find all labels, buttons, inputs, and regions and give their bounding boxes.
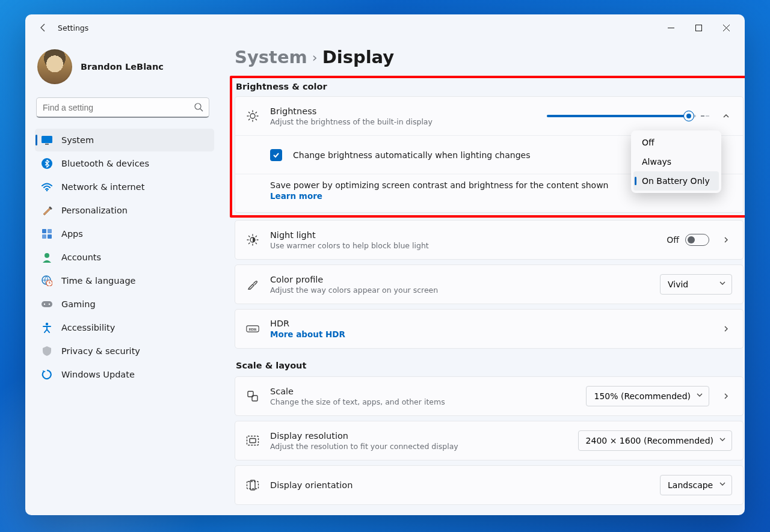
svg-point-12 <box>45 253 49 258</box>
learn-more-link[interactable]: Learn more <box>270 191 322 201</box>
scale-icon <box>246 390 259 402</box>
nav-personalization[interactable]: Personalization <box>35 199 214 222</box>
auto-brightness-checkbox[interactable] <box>270 149 282 161</box>
auto-brightness-label: Change brightness automatically when lig… <box>293 150 530 160</box>
chevron-right-icon[interactable] <box>720 325 732 333</box>
nav-list: System Bluetooth & devices Network & int… <box>35 129 214 386</box>
nav-apps[interactable]: Apps <box>35 222 214 245</box>
svg-point-7 <box>46 190 48 192</box>
svg-rect-45 <box>247 482 259 489</box>
titlebar: Settings <box>25 14 745 41</box>
person-icon <box>41 251 53 263</box>
svg-rect-10 <box>42 234 46 239</box>
nav-label: Windows Update <box>61 370 135 379</box>
nav-network[interactable]: Network & internet <box>35 176 214 198</box>
search-icon <box>194 102 203 112</box>
sidebar: Brandon LeBlanc System Bluetooth & devic… <box>25 41 218 515</box>
chevron-down-icon <box>696 391 703 399</box>
slider-end-icon <box>701 114 709 118</box>
night-light-desc: Use warmer colors to help block blue lig… <box>270 241 656 250</box>
color-profile-card[interactable]: Color profile Adjust the way colors appe… <box>235 264 744 304</box>
orientation-title: Display orientation <box>270 480 649 490</box>
resolution-select[interactable]: 2400 × 1600 (Recommended) <box>578 430 732 451</box>
svg-line-36 <box>256 243 257 244</box>
nav-system[interactable]: System <box>35 129 214 151</box>
nav-time[interactable]: Time & language <box>35 269 214 292</box>
color-profile-title: Color profile <box>270 275 649 284</box>
svg-line-38 <box>249 243 250 244</box>
nav-accounts[interactable]: Accounts <box>35 246 214 269</box>
maximize-button[interactable] <box>685 18 712 37</box>
select-value: 150% (Recommended) <box>594 391 691 401</box>
chevron-right-icon[interactable] <box>720 392 732 400</box>
wifi-icon <box>41 181 53 193</box>
resolution-title: Display resolution <box>270 431 567 441</box>
display-icon <box>41 134 53 146</box>
nav-bluetooth[interactable]: Bluetooth & devices <box>35 152 214 175</box>
close-button[interactable] <box>712 18 740 37</box>
nav-accessibility[interactable]: Accessibility <box>35 316 214 339</box>
gamepad-icon <box>41 298 53 310</box>
nav-label: Gaming <box>61 299 96 309</box>
nav-update[interactable]: Windows Update <box>35 363 214 386</box>
svg-point-16 <box>44 304 45 305</box>
highlight-box: Brightness & color Brightness Adjust the… <box>230 76 745 218</box>
nav-privacy[interactable]: Privacy & security <box>35 340 214 362</box>
search-input[interactable] <box>36 97 209 118</box>
select-value: Landscape <box>668 480 713 490</box>
nav-label: Accounts <box>61 252 101 262</box>
expand-toggle[interactable] <box>720 112 732 120</box>
user-block[interactable]: Brandon LeBlanc <box>35 46 214 96</box>
nav-label: Personalization <box>61 206 128 215</box>
svg-rect-28 <box>701 115 704 117</box>
search-field[interactable] <box>36 97 209 118</box>
hdr-title: HDR <box>270 319 709 328</box>
svg-rect-43 <box>247 436 259 445</box>
svg-rect-11 <box>48 234 52 239</box>
menu-item-battery[interactable]: On Battery Only <box>633 171 719 191</box>
brightness-slider[interactable] <box>547 114 709 118</box>
resolution-icon <box>246 435 259 446</box>
apps-icon <box>41 228 53 240</box>
night-light-title: Night light <box>270 230 656 240</box>
chevron-right-icon: › <box>312 50 318 65</box>
menu-item-off[interactable]: Off <box>633 133 719 152</box>
orientation-select[interactable]: Landscape <box>660 475 732 495</box>
menu-item-always[interactable]: Always <box>633 152 719 171</box>
breadcrumb: System › Display <box>235 47 744 67</box>
scale-title: Scale <box>270 387 575 396</box>
hdr-icon: HDR <box>246 323 259 334</box>
select-value: Vivid <box>668 280 688 289</box>
resolution-card[interactable]: Display resolution Adjust the resolution… <box>235 421 744 460</box>
content-adaptive-text: Save power by optimizing screen contrast… <box>270 180 608 190</box>
color-profile-desc: Adjust the way colors appear on your scr… <box>270 286 649 295</box>
minimize-button[interactable] <box>657 18 685 37</box>
nav-gaming[interactable]: Gaming <box>35 293 214 316</box>
section-brightness-color: Brightness & color <box>235 78 744 96</box>
brightness-row[interactable]: Brightness Adjust the brightness of the … <box>235 97 743 135</box>
orientation-card[interactable]: Display orientation Landscape <box>235 465 744 505</box>
chevron-right-icon[interactable] <box>720 236 732 244</box>
hdr-card[interactable]: HDR HDR More about HDR <box>235 309 744 349</box>
globe-clock-icon <box>41 275 53 287</box>
hdr-link[interactable]: More about HDR <box>270 329 709 339</box>
night-light-card[interactable]: Night light Use warmer colors to help bl… <box>235 220 744 260</box>
scale-card[interactable]: Scale Change the size of text, apps, and… <box>235 376 744 416</box>
section-scale-layout: Scale & layout <box>235 357 744 375</box>
nav-label: Privacy & security <box>61 346 140 356</box>
nav-label: Bluetooth & devices <box>61 159 149 168</box>
color-profile-select[interactable]: Vivid <box>660 274 732 295</box>
night-light-toggle[interactable]: Off <box>667 234 709 246</box>
orientation-icon <box>246 480 259 491</box>
svg-rect-9 <box>48 229 52 233</box>
scale-select[interactable]: 150% (Recommended) <box>586 386 709 406</box>
brightness-desc: Adjust the brightness of the built-in di… <box>270 117 536 126</box>
content-adaptive-menu[interactable]: Off Always On Battery Only <box>631 130 721 193</box>
back-button[interactable] <box>34 18 53 37</box>
breadcrumb-root[interactable]: System <box>235 47 307 67</box>
avatar <box>37 49 72 84</box>
svg-line-26 <box>256 112 257 114</box>
svg-line-35 <box>249 236 250 237</box>
nav-label: Apps <box>61 229 83 239</box>
svg-line-25 <box>256 119 257 120</box>
